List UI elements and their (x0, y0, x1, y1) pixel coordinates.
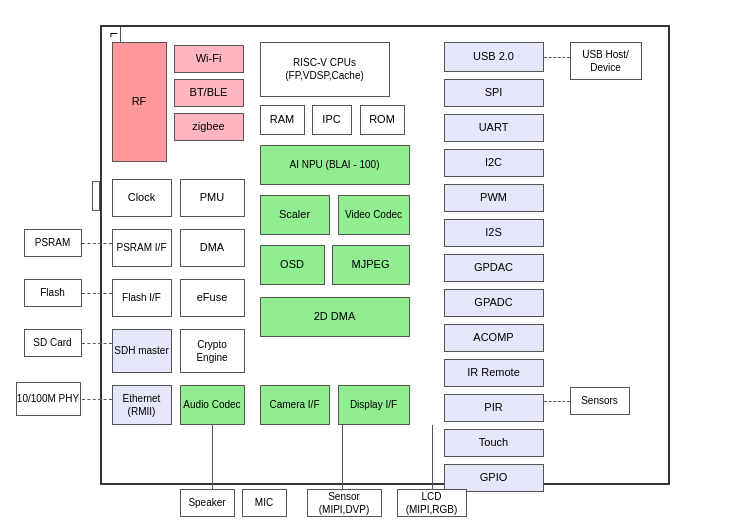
sensors-ext-block: Sensors (570, 387, 630, 415)
uart-block: UART (444, 114, 544, 142)
mic-block: MIC (242, 489, 287, 517)
pmu-label: PMU (200, 190, 224, 204)
sensors-dashed (544, 401, 570, 402)
gpio-label: GPIO (480, 470, 508, 484)
ainpu-block: AI NPU (BLAI - 100) (260, 145, 410, 185)
zigbee-label: zigbee (192, 119, 224, 133)
block-diagram: ⌐ RF Wi-Fi BT/BLE zigbee RISC-V CPUs (FP… (12, 7, 732, 517)
efuse-block: eFuse (180, 279, 245, 317)
sdh-block: SDH master (112, 329, 172, 373)
rom-label: ROM (369, 112, 395, 126)
btble-block: BT/BLE (174, 79, 244, 107)
gpadc-block: GPADC (444, 289, 544, 317)
gpdac-label: GPDAC (474, 260, 513, 274)
mjpeg-label: MJPEG (352, 257, 390, 271)
audio-codec-label: Audio Codec (183, 398, 240, 411)
flash-ext-label: Flash (40, 286, 64, 299)
display-lcd-line (432, 425, 433, 489)
speaker-block: Speaker (180, 489, 235, 517)
psram-if-label: PSRAM I/F (116, 241, 166, 254)
crypto-label: Crypto Engine (181, 338, 244, 364)
wifi-label: Wi-Fi (196, 51, 222, 65)
touch-label: Touch (479, 435, 508, 449)
rom-block: ROM (360, 105, 405, 135)
mic-label: MIC (255, 496, 273, 509)
riscv-block: RISC-V CPUs (FP,VDSP,Cache) (260, 42, 390, 97)
usb-dashed (544, 57, 570, 58)
gpdac-block: GPDAC (444, 254, 544, 282)
sensor-ext-label: Sensor (MIPI,DVP) (308, 490, 381, 516)
wifi-block: Wi-Fi (174, 45, 244, 73)
zigbee-block: zigbee (174, 113, 244, 141)
pir-label: PIR (484, 400, 502, 414)
bus-connector (92, 181, 100, 211)
osd-block: OSD (260, 245, 325, 285)
lcd-block: LCD (MIPI,RGB) (397, 489, 467, 517)
uart-label: UART (479, 120, 509, 134)
clock-label: Clock (128, 190, 156, 204)
rf-block: RF (112, 42, 167, 162)
flash-ext-block: Flash (24, 279, 82, 307)
ir-remote-block: IR Remote (444, 359, 544, 387)
osd-label: OSD (280, 257, 304, 271)
usb-host-block: USB Host/ Device (570, 42, 642, 80)
i2c-label: I2C (485, 155, 502, 169)
dma2d-label: 2D DMA (314, 309, 356, 323)
spi-label: SPI (485, 85, 503, 99)
touch-block: Touch (444, 429, 544, 457)
pwm-block: PWM (444, 184, 544, 212)
antenna-icon: ⌐ (110, 25, 118, 41)
dma-label: DMA (200, 240, 224, 254)
acomp-label: ACOMP (473, 330, 513, 344)
usb-label: USB 2.0 (473, 49, 514, 63)
gpadc-label: GPADC (474, 295, 512, 309)
scaler-block: Scaler (260, 195, 330, 235)
camera-if-block: Camera I/F (260, 385, 330, 425)
sdcard-dashed (82, 343, 112, 344)
i2c-block: I2C (444, 149, 544, 177)
ir-remote-label: IR Remote (467, 365, 520, 379)
usb-host-label: USB Host/ Device (571, 48, 641, 74)
crypto-block: Crypto Engine (180, 329, 245, 373)
display-if-label: Display I/F (350, 398, 397, 411)
phy-ext-block: 10/100M PHY (16, 382, 81, 416)
psram-ext-label: PSRAM (35, 236, 71, 249)
display-if-block: Display I/F (338, 385, 410, 425)
acomp-block: ACOMP (444, 324, 544, 352)
sensors-ext-label: Sensors (581, 394, 618, 407)
video-codec-label: Video Codec (345, 208, 402, 221)
dma-block: DMA (180, 229, 245, 267)
psram-ext-block: PSRAM (24, 229, 82, 257)
psram-dashed (82, 243, 112, 244)
btble-label: BT/BLE (190, 85, 228, 99)
psram-if-block: PSRAM I/F (112, 229, 172, 267)
ram-label: RAM (270, 112, 294, 126)
ipc-label: IPC (322, 112, 340, 126)
mjpeg-block: MJPEG (332, 245, 410, 285)
video-codec-block: Video Codec (338, 195, 410, 235)
flash-if-block: Flash I/F (112, 279, 172, 317)
ethernet-block: Ethernet (RMII) (112, 385, 172, 425)
flash-if-label: Flash I/F (122, 291, 161, 304)
audio-speaker-line (212, 425, 213, 489)
spi-block: SPI (444, 79, 544, 107)
i2s-block: I2S (444, 219, 544, 247)
riscv-label: RISC-V CPUs (FP,VDSP,Cache) (261, 56, 389, 82)
pmu-block: PMU (180, 179, 245, 217)
sdcard-ext-label: SD Card (33, 336, 71, 349)
phy-dashed (82, 399, 112, 400)
camera-if-label: Camera I/F (269, 398, 319, 411)
efuse-label: eFuse (197, 290, 228, 304)
gpio-block: GPIO (444, 464, 544, 492)
ainpu-label: AI NPU (BLAI - 100) (289, 158, 379, 171)
clock-block: Clock (112, 179, 172, 217)
ram-block: RAM (260, 105, 305, 135)
dma2d-block: 2D DMA (260, 297, 410, 337)
sdh-label: SDH master (114, 344, 168, 357)
ipc-block: IPC (312, 105, 352, 135)
speaker-label: Speaker (188, 496, 225, 509)
sensor-ext-block: Sensor (MIPI,DVP) (307, 489, 382, 517)
flash-dashed (82, 293, 112, 294)
lcd-label: LCD (MIPI,RGB) (398, 490, 466, 516)
scaler-label: Scaler (279, 207, 310, 221)
